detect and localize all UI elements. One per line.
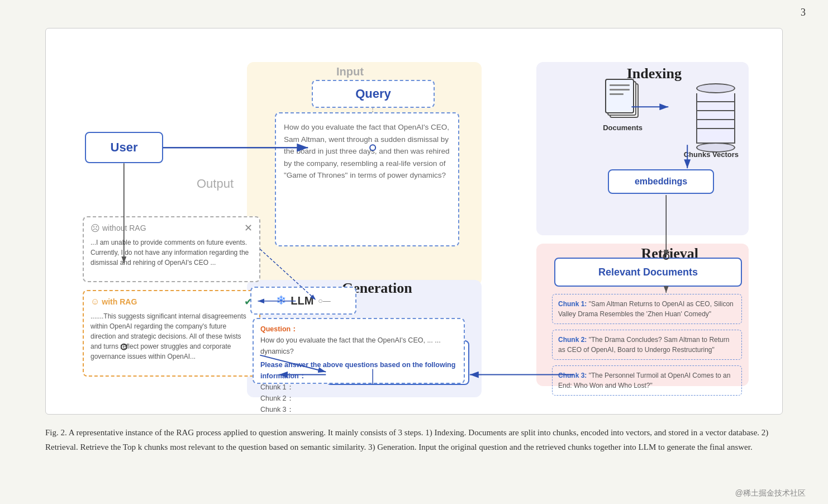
chunk2-label: Chunk 2： xyxy=(260,393,457,404)
with-rag-text: .......This suggests significant interna… xyxy=(91,311,253,362)
question-text: How do you evaluate the fact that the Op… xyxy=(260,335,457,357)
diagram-inner: Input Indexing Retrieval Generation Outp… xyxy=(63,45,765,397)
chunk2-label: Chunk 2: xyxy=(558,336,587,344)
output-label: Output xyxy=(197,177,234,191)
snowflake-icon: ❄ xyxy=(276,293,286,308)
llm-label: LLM xyxy=(291,294,313,307)
query-text: How do you evaluate the fact that OpenAI… xyxy=(284,123,449,179)
page-number: 3 xyxy=(801,7,806,18)
llm-connector: ○— xyxy=(318,296,330,305)
embeddings-box: embeddings xyxy=(608,169,714,194)
frown-icon: ☹ xyxy=(91,223,100,234)
question-label: Question： xyxy=(260,324,457,335)
smile-icon: ☺ xyxy=(91,297,99,307)
chunk-item-3: Chunk 3: "The Personnel Turmoil at OpenA… xyxy=(552,365,742,396)
x-icon: ✕ xyxy=(244,222,253,234)
with-rag-title: ☺ with RAG xyxy=(91,297,137,307)
chunk-item-1: Chunk 1: "Sam Altman Returns to OpenAI a… xyxy=(552,294,742,324)
chunks-area: Chunk 1: "Sam Altman Returns to OpenAI a… xyxy=(552,294,742,401)
caption: Fig. 2. A representative instance of the… xyxy=(45,426,783,454)
please-answer: Please answer the above questions based … xyxy=(260,359,457,382)
without-rag-header: ☹ without RAG ✕ xyxy=(91,222,253,234)
chunk1-label: Chunk 1： xyxy=(260,382,457,393)
query-box: Query xyxy=(312,80,435,108)
query-text-box: How do you evaluate the fact that OpenAI… xyxy=(275,112,459,246)
relevant-docs-box: Relevant Documents xyxy=(554,258,742,287)
chunk3-label: Chunk 3： xyxy=(260,404,457,415)
diagram-container: Input Indexing Retrieval Generation Outp… xyxy=(45,28,783,415)
input-label: Input xyxy=(336,65,364,78)
generation-content-box: Question： How do you evaluate the fact t… xyxy=(253,318,465,384)
user-box: User xyxy=(85,132,163,163)
llm-box: ❄ LLM ○— xyxy=(250,287,356,315)
documents-area: Documents xyxy=(603,79,643,132)
doc-stack xyxy=(605,79,641,118)
without-rag-title: ☹ without RAG xyxy=(91,223,146,234)
chunk3-label: Chunk 3: xyxy=(558,372,587,379)
database-cylinder xyxy=(696,83,735,153)
without-rag-box: ☹ without RAG ✕ ...I am unable to provid… xyxy=(83,216,260,282)
watermark: @稀土掘金技术社区 xyxy=(735,488,806,498)
chunk-item-2: Chunk 2: "The Drama Concludes? Sam Altma… xyxy=(552,330,742,360)
without-rag-text: ...I am unable to provide comments on fu… xyxy=(91,237,253,268)
doc-page-front xyxy=(605,79,634,113)
chunks-vectors-label: Chunks Vectors xyxy=(684,150,739,159)
documents-label: Documents xyxy=(603,123,643,132)
with-rag-header: ☺ with RAG ✔ xyxy=(91,296,253,308)
chunk1-label: Chunk 1: xyxy=(558,300,587,308)
with-rag-box: ☺ with RAG ✔ .......This suggests signif… xyxy=(83,290,260,377)
